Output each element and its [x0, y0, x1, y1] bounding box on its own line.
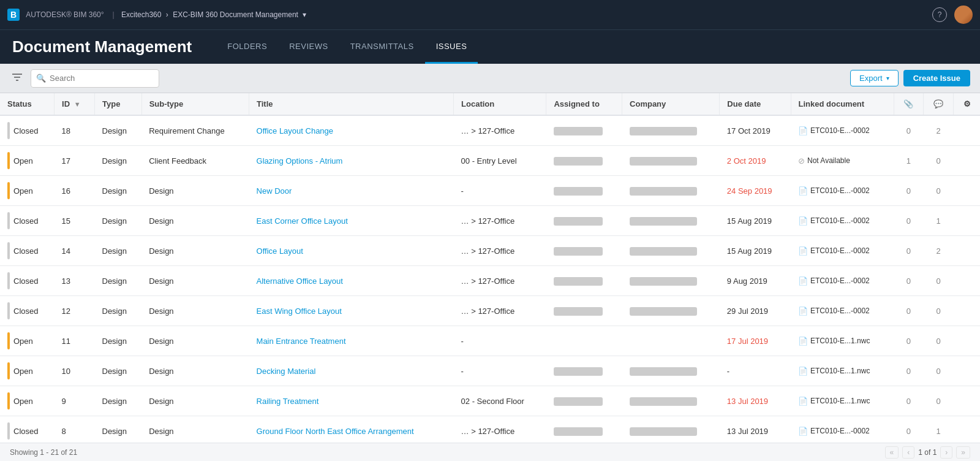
linked-doc-file[interactable]: 📄 ETC010-E...-0002 [798, 126, 886, 135]
tab-folders[interactable]: FOLDERS [216, 30, 278, 64]
breadcrumb-project[interactable]: EXC-BIM 360 Document Management [173, 10, 298, 19]
col-status[interactable]: Status [0, 93, 55, 115]
due-date-overdue: 13 Jul 2019 [727, 397, 768, 406]
cell-comments: 1 [924, 206, 954, 236]
cell-title[interactable]: Railing Treatment [249, 386, 454, 416]
company-blurred [630, 157, 697, 166]
assigned-blurred [554, 127, 603, 135]
cell-title[interactable]: Office Layout Change [249, 115, 454, 146]
cell-title[interactable]: East Wing Office Layout [249, 296, 454, 326]
breadcrumb-arrow[interactable]: ▾ [303, 10, 306, 19]
last-page-button[interactable]: » [956, 446, 970, 459]
cell-title[interactable]: Ground Floor North East Office Arrangeme… [249, 416, 454, 443]
cell-title[interactable]: East Corner Office Layout [249, 206, 454, 236]
linked-doc-file[interactable]: 📄 ETC010-E...-0002 [798, 216, 886, 226]
col-location[interactable]: Location [454, 93, 546, 115]
linked-doc-label: ETC010-E...-0002 [810, 427, 870, 435]
doc-file-icon: 📄 [798, 397, 808, 406]
doc-file-icon: 📄 [798, 367, 808, 376]
col-title[interactable]: Title [249, 93, 454, 115]
cell-attachments: 0 [894, 206, 924, 236]
table-row[interactable]: Closed 15DesignDesignEast Corner Office … [0, 206, 980, 236]
linked-doc-file[interactable]: 📄 ETC010-E...1.nwc [798, 337, 886, 346]
tab-transmittals[interactable]: TRANSMITTALS [339, 30, 425, 64]
table-row[interactable]: Open 10DesignDesignDecking Material- -📄 … [0, 356, 980, 386]
linked-doc-file[interactable]: 📄 ETC010-E...-0002 [798, 427, 886, 436]
status-label: Open [13, 367, 33, 376]
linked-doc-file[interactable]: 📄 ETC010-E...-0002 [798, 276, 886, 286]
table-row[interactable]: Open 9DesignDesignRailing Treatment02 - … [0, 386, 980, 416]
help-button[interactable]: ? [932, 7, 947, 22]
cell-id: 14 [55, 236, 95, 266]
linked-doc-file[interactable]: 📄 ETC010-E...-0002 [798, 307, 886, 316]
linked-doc-file[interactable]: 📄 ETC010-E...-0002 [798, 246, 886, 256]
table-row[interactable]: Open 16DesignDesignNew Door- 24 Sep 2019… [0, 176, 980, 206]
col-comments[interactable]: 💬 [924, 93, 954, 115]
cell-title[interactable]: Glazing Options - Atrium [249, 146, 454, 176]
table-row[interactable]: Open 11DesignDesignMain Entrance Treatme… [0, 326, 980, 356]
cell-row-settings [954, 416, 980, 443]
tab-reviews[interactable]: REVIEWS [278, 30, 339, 64]
cell-subtype: Design [141, 206, 249, 236]
cell-attachments: 0 [894, 296, 924, 326]
search-input[interactable] [50, 74, 154, 83]
cell-due-date: 9 Aug 2019 [720, 266, 791, 296]
table-row[interactable]: Open 17DesignClient FeedbackGlazing Opti… [0, 146, 980, 176]
company-blurred [630, 217, 697, 226]
table-row[interactable]: Closed 12DesignDesignEast Wing Office La… [0, 296, 980, 326]
first-page-button[interactable]: « [885, 446, 899, 459]
table-row[interactable]: Closed 13DesignDesignAlternative Office … [0, 266, 980, 296]
doc-na-icon: ⊘ [798, 156, 805, 166]
cell-status: Open [0, 176, 55, 206]
prev-page-button[interactable]: ‹ [902, 446, 914, 459]
cell-status: Closed [0, 296, 55, 326]
next-page-button[interactable]: › [940, 446, 952, 459]
col-assigned-to[interactable]: Assigned to [546, 93, 622, 115]
search-box: 🔍 [31, 69, 159, 88]
company-blurred [630, 187, 697, 196]
linked-doc-file[interactable]: 📄 ETC010-E...1.nwc [798, 367, 886, 376]
col-id[interactable]: ID ▼ [55, 93, 95, 115]
assigned-blurred [554, 277, 603, 286]
table-row[interactable]: Closed 8DesignDesignGround Floor North E… [0, 416, 980, 443]
create-issue-button[interactable]: Create Issue [903, 70, 970, 86]
linked-doc-file[interactable]: 📄 ETC010-E...-0002 [798, 186, 886, 196]
linked-doc-file[interactable]: 📄 ETC010-E...1.nwc [798, 397, 886, 406]
cell-comments: 0 [924, 386, 954, 416]
col-attachments[interactable]: 📎 [894, 93, 924, 115]
breadcrumb-org[interactable]: Excitech360 [121, 10, 161, 19]
cell-title[interactable]: New Door [249, 176, 454, 206]
col-company[interactable]: Company [622, 93, 720, 115]
cell-type: Design [95, 115, 142, 146]
cell-title[interactable]: Office Layout [249, 236, 454, 266]
export-button[interactable]: Export ▾ [850, 70, 899, 86]
cell-assigned-to [546, 176, 622, 206]
tab-issues[interactable]: ISSUES [425, 30, 478, 64]
cell-subtype: Design [141, 236, 249, 266]
status-bar [7, 362, 10, 379]
col-linked-doc[interactable]: Linked document [791, 93, 894, 115]
cell-id: 15 [55, 206, 95, 236]
cell-assigned-to [546, 326, 622, 356]
table-row[interactable]: Closed 18DesignRequirement ChangeOffice … [0, 115, 980, 146]
cell-comments: 0 [924, 356, 954, 386]
cell-title[interactable]: Alternative Office Layout [249, 266, 454, 296]
col-type[interactable]: Type [95, 93, 142, 115]
assigned-blurred [554, 367, 603, 376]
cell-company [622, 326, 720, 356]
cell-company [622, 266, 720, 296]
linked-doc-label: ETC010-E...-0002 [810, 307, 870, 315]
table-row[interactable]: Closed 14DesignDesignOffice Layout… > 12… [0, 236, 980, 266]
user-avatar[interactable] [954, 6, 973, 24]
cell-title[interactable]: Main Entrance Treatment [249, 326, 454, 356]
cell-type: Design [95, 206, 142, 236]
filter-button[interactable] [10, 70, 24, 86]
cell-title[interactable]: Decking Material [249, 356, 454, 386]
col-subtype[interactable]: Sub-type [141, 93, 249, 115]
doc-file-icon: 📄 [798, 337, 808, 346]
col-settings[interactable]: ⚙ [954, 93, 980, 115]
cell-type: Design [95, 236, 142, 266]
cell-subtype: Design [141, 356, 249, 386]
cell-due-date: 15 Aug 2019 [720, 236, 791, 266]
col-due-date[interactable]: Due date [720, 93, 791, 115]
